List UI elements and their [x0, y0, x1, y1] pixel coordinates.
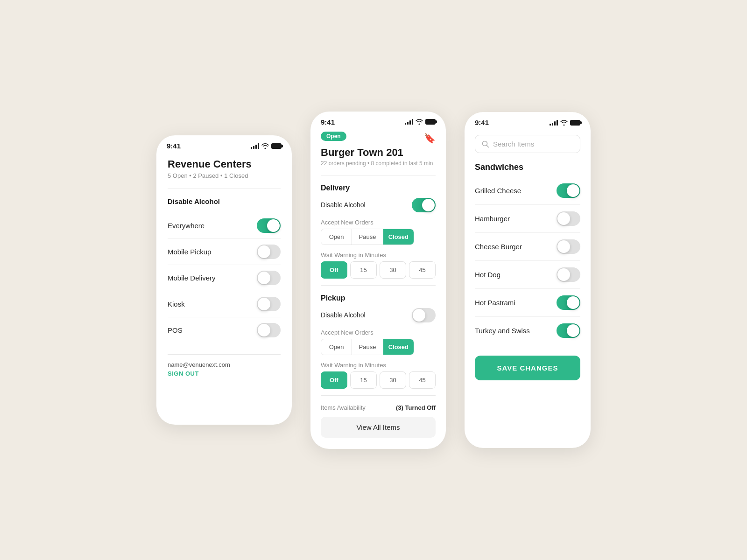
email-address: name@venuenext.com — [168, 361, 281, 368]
pickup-wait-15[interactable]: 15 — [350, 371, 377, 389]
delivery-pause-btn[interactable]: Pause — [352, 229, 383, 245]
wifi-icon-right — [560, 120, 568, 126]
disable-alcohol-title: Disable Alcohol — [168, 197, 281, 205]
pickup-closed-btn[interactable]: Closed — [383, 339, 414, 355]
search-icon — [482, 140, 489, 148]
signal-icon — [251, 143, 259, 149]
delivery-wait-30[interactable]: 30 — [380, 261, 406, 279]
toggle-row-1: Mobile Pickup — [168, 239, 281, 265]
delivery-divider-top — [321, 175, 436, 175]
pickup-open-btn[interactable]: Open — [321, 339, 352, 355]
status-icons-right — [550, 120, 580, 126]
status-bar-middle: 9:41 — [310, 112, 446, 130]
divider-top — [168, 189, 281, 189]
item-toggle-4[interactable] — [557, 295, 580, 310]
toggle-row-4: POS — [168, 317, 281, 343]
toggle-3[interactable] — [257, 297, 281, 311]
delivery-wait-15[interactable]: 15 — [350, 261, 377, 279]
item-name-0: Grilled Cheese — [475, 187, 521, 195]
item-toggle-5[interactable] — [557, 323, 580, 338]
open-badge: Open — [321, 132, 346, 141]
search-placeholder: Search Items — [493, 140, 534, 148]
item-toggle-0[interactable] — [557, 183, 580, 198]
items-availability-row: Items Availability (3) Turned Off — [321, 404, 436, 411]
item-name-1: Hamburger — [475, 215, 510, 223]
toggle-0[interactable] — [257, 218, 281, 233]
item-name-4: Hot Pastrami — [475, 299, 515, 307]
item-name-3: Hot Dog — [475, 271, 500, 279]
signout-link[interactable]: SIGN OUT — [168, 370, 281, 377]
revenue-subtitle: 5 Open • 2 Paused • 1 Closed — [168, 172, 281, 179]
left-phone: 9:41 Revenue Centers 5 Open • 2 Paused •… — [156, 135, 292, 425]
delivery-alcohol-toggle[interactable] — [412, 198, 436, 212]
phones-container: 9:41 Revenue Centers 5 Open • 2 Paused •… — [156, 112, 591, 449]
delivery-wait-off[interactable]: Off — [321, 261, 347, 279]
pickup-wait-buttons: Off 15 30 45 — [321, 371, 436, 389]
toggle-row-3: Kiosk — [168, 291, 281, 317]
items-avail-label: Items Availability — [321, 404, 366, 411]
pickup-alcohol-toggle[interactable] — [412, 308, 436, 322]
pickup-accept-label: Accept New Orders — [321, 329, 436, 336]
signal-icon-mid — [405, 119, 413, 125]
pickup-wait-off[interactable]: Off — [321, 371, 347, 389]
bookmark-icon: 🔖 — [424, 133, 436, 144]
delivery-closed-btn[interactable]: Closed — [383, 229, 414, 245]
item-toggle-3[interactable] — [557, 267, 580, 282]
venue-name: Burger Town 201 — [321, 147, 436, 159]
items-avail-count: (3) Turned Off — [396, 404, 436, 411]
time-left: 9:41 — [167, 142, 181, 150]
wifi-icon-mid — [416, 119, 423, 125]
toggle-label-1: Mobile Pickup — [168, 248, 211, 256]
status-icons-middle — [405, 119, 436, 125]
toggle-1[interactable] — [257, 245, 281, 259]
pickup-wait-45[interactable]: 45 — [409, 371, 436, 389]
battery-icon — [271, 143, 282, 149]
pickup-pause-btn[interactable]: Pause — [352, 339, 383, 355]
delivery-accept-label: Accept New Orders — [321, 219, 436, 226]
right-phone-content: Search Items Sandwiches Grilled Cheese H… — [465, 130, 591, 392]
time-middle: 9:41 — [321, 118, 335, 126]
status-bar-left: 9:41 — [156, 135, 292, 154]
item-row-4: Hot Pastrami — [475, 289, 580, 317]
items-divider — [321, 395, 436, 396]
save-changes-button[interactable]: SAVE CHANGES — [475, 356, 580, 380]
email-section: name@venuenext.com SIGN OUT — [168, 354, 281, 377]
item-toggle-2[interactable] — [557, 239, 580, 254]
item-name-2: Cheese Burger — [475, 243, 522, 251]
pickup-section-title: Pickup — [321, 294, 436, 302]
signal-icon-right — [550, 120, 558, 126]
items-list: Grilled Cheese Hamburger Cheese Burger H… — [475, 177, 580, 344]
item-toggle-1[interactable] — [557, 211, 580, 226]
delivery-wait-buttons: Off 15 30 45 — [321, 261, 436, 279]
venue-subtitle: 22 orders pending • 8 completed in last … — [321, 160, 436, 167]
delivery-accept-segmented: Open Pause Closed — [321, 229, 414, 245]
search-bar[interactable]: Search Items — [475, 135, 580, 153]
delivery-wait-45[interactable]: 45 — [409, 261, 436, 279]
view-all-items-btn[interactable]: View All Items — [321, 417, 436, 438]
battery-icon-mid — [425, 119, 436, 125]
toggle-label-4: POS — [168, 326, 183, 334]
item-row-1: Hamburger — [475, 205, 580, 233]
revenue-title: Revenue Centers — [168, 158, 281, 170]
toggle-row-0: Everywhere — [168, 213, 281, 239]
item-row-5: Turkey and Swiss — [475, 317, 580, 344]
wifi-icon — [261, 143, 269, 149]
pickup-accept-segmented: Open Pause Closed — [321, 339, 414, 355]
delivery-open-btn[interactable]: Open — [321, 229, 352, 245]
middle-phone-content: Open 🔖 Burger Town 201 22 orders pending… — [310, 130, 446, 449]
toggle-list: Everywhere Mobile Pickup Mobile Delivery… — [168, 213, 281, 343]
toggle-label-3: Kiosk — [168, 300, 185, 308]
pickup-wait-label: Wait Warning in Minutes — [321, 362, 436, 369]
item-row-0: Grilled Cheese — [475, 177, 580, 205]
delivery-section-title: Delivery — [321, 184, 436, 192]
pickup-divider-top — [321, 285, 436, 286]
pickup-wait-30[interactable]: 30 — [380, 371, 406, 389]
toggle-4[interactable] — [257, 323, 281, 337]
toggle-2[interactable] — [257, 271, 281, 285]
delivery-alcohol-row: Disable Alcohol — [321, 198, 436, 212]
toggle-label-2: Mobile Delivery — [168, 274, 216, 282]
status-icons-left — [251, 143, 282, 149]
right-phone: 9:41 — [465, 112, 591, 448]
delivery-alcohol-label: Disable Alcohol — [321, 201, 366, 209]
item-row-2: Cheese Burger — [475, 233, 580, 261]
